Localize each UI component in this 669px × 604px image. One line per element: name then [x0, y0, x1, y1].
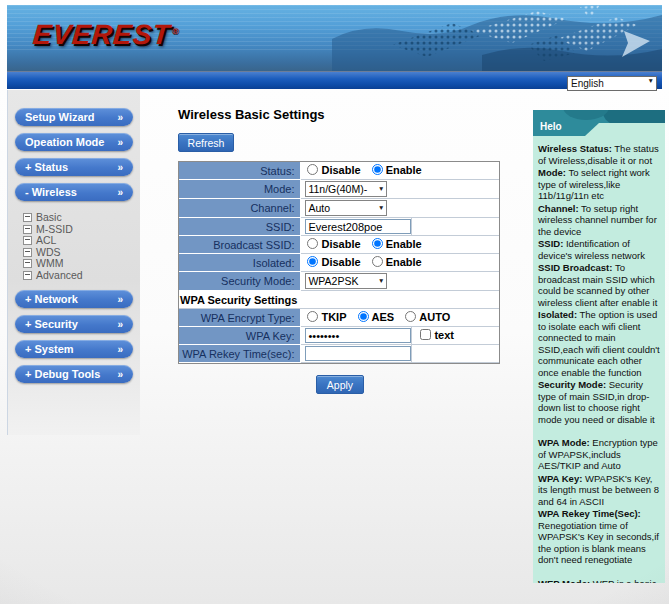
ssid-row-spacer: [411, 218, 499, 236]
encrypt-tkip-radio-input[interactable]: [307, 311, 318, 322]
page-title: Wireless Basic Settings: [178, 107, 508, 122]
form-row-wpa-rekey-time: WPA Rekey Time(sec):: [179, 345, 499, 363]
refresh-button[interactable]: Refresh: [178, 133, 234, 152]
help-header-tab: [585, 123, 665, 136]
form-row-wpa-key: WPA Key: text: [179, 327, 499, 345]
wpa-key-input[interactable]: [305, 328, 411, 343]
nav-label: + Debug Tools: [25, 368, 100, 380]
chevron-right-icon: »: [117, 369, 123, 380]
chevron-right-icon: »: [117, 344, 123, 355]
wpa-key-label: WPA Key:: [179, 327, 301, 345]
sidebar: Setup Wizard » Opeation Mode » + Status …: [7, 90, 140, 435]
chevron-right-icon: »: [117, 187, 123, 198]
wpa-key-text-checkbox[interactable]: text: [418, 329, 454, 341]
broadcast-disable-radio[interactable]: Disable: [305, 238, 360, 250]
help-entry: SSID Broadcast: To broadcast main SSID w…: [538, 262, 660, 308]
sidebar-subitem-advanced[interactable]: Advanced: [23, 270, 140, 282]
channel-select[interactable]: Auto: [305, 200, 387, 216]
help-panel: Helo Wireless Status: The status of Wire…: [533, 110, 665, 583]
channel-select-wrapper: Auto ▼: [305, 200, 387, 216]
page: EVEREST® English ▼ Setup Wizard » Opeati…: [0, 0, 669, 604]
security-mode-select-wrapper: WPA2PSK ▼: [305, 273, 387, 289]
chevron-right-icon: »: [117, 137, 123, 148]
sidebar-item-operation-mode[interactable]: Opeation Mode »: [15, 133, 133, 151]
tree-node-icon: [23, 259, 32, 268]
radio-option-label: Enable: [386, 238, 422, 250]
sidebar-subitem-wmm[interactable]: WMM: [23, 258, 140, 270]
encrypt-auto-radio[interactable]: AUTO: [403, 311, 450, 323]
wpa-section-header-row: WPA Security Settings: [179, 291, 499, 309]
help-term: WEP Mode:: [538, 578, 590, 584]
wireless-submenu: Basic M-SSID ACL WDS WMM Advanced: [8, 208, 140, 287]
help-entry: Wireless Status: The status of Wireless,…: [538, 143, 660, 166]
header-banner: EVEREST®: [7, 5, 662, 71]
chevron-right-icon: »: [117, 112, 123, 123]
isolated-enable-radio-input[interactable]: [372, 256, 383, 267]
isolated-disable-radio[interactable]: Disable: [305, 256, 360, 268]
chevron-right-icon: »: [117, 294, 123, 305]
encrypt-tkip-radio[interactable]: TKIP: [305, 311, 346, 323]
language-select[interactable]: English: [567, 76, 657, 91]
help-panel-body: Wireless Status: The status of Wireless,…: [533, 136, 665, 583]
isolated-enable-radio[interactable]: Enable: [370, 256, 422, 268]
registered-trademark-icon: ®: [171, 26, 180, 36]
status-disable-radio[interactable]: Disable: [305, 164, 360, 176]
radio-option-label: AUTO: [419, 311, 450, 323]
ssid-input[interactable]: [305, 219, 411, 234]
apply-button[interactable]: Apply: [316, 375, 364, 394]
radio-option-label: Disable: [321, 238, 360, 250]
help-term: WPA Rekey Time(Sec):: [538, 508, 641, 519]
sidebar-item-setup-wizard[interactable]: Setup Wizard »: [15, 108, 133, 126]
broadcast-ssid-label: Broadcast SSID:: [179, 236, 301, 254]
isolated-disable-radio-input[interactable]: [307, 256, 318, 267]
help-term: Mode:: [538, 167, 566, 178]
nav-label: + Security: [25, 318, 78, 330]
wpa-rekey-time-input[interactable]: [305, 346, 411, 361]
broadcast-disable-radio-input[interactable]: [307, 238, 318, 249]
sidebar-item-security[interactable]: + Security »: [15, 315, 133, 333]
sidebar-subitem-acl[interactable]: ACL: [23, 235, 140, 247]
broadcast-enable-radio[interactable]: Enable: [370, 238, 422, 250]
everest-logo: EVEREST®: [31, 16, 180, 50]
mode-select-wrapper: 11n/G(40M)- ▼: [305, 181, 387, 197]
help-desc: Renegotiation time of WPAPSK's Key in se…: [538, 520, 659, 566]
help-entry: Isolated: The option is used to isolate …: [538, 309, 660, 378]
sidebar-subitem-basic[interactable]: Basic: [23, 212, 140, 224]
sidebar-item-debug-tools[interactable]: + Debug Tools »: [15, 365, 133, 383]
sidebar-item-wireless[interactable]: - Wireless »: [15, 183, 133, 201]
help-entry: WPA Key: WPAPSK's Key, its length must b…: [538, 473, 660, 508]
help-entry: WEP Mode: WEP is a basic encryption meth…: [538, 578, 660, 584]
sidebar-item-status[interactable]: + Status »: [15, 158, 133, 176]
encrypt-auto-radio-input[interactable]: [405, 311, 416, 322]
wpa-section-header: WPA Security Settings: [179, 291, 499, 309]
help-entry: Mode: To select right work type of wirel…: [538, 167, 660, 202]
help-entry: Security Mode: Security type of main SSI…: [538, 379, 660, 425]
help-panel-header: Helo: [533, 110, 665, 136]
nav-label: Opeation Mode: [25, 136, 104, 148]
nav-label: Setup Wizard: [25, 111, 95, 123]
nav-label: + Network: [25, 293, 78, 305]
encrypt-aes-radio[interactable]: AES: [356, 311, 395, 323]
radio-option-label: TKIP: [321, 311, 346, 323]
status-enable-radio-input[interactable]: [372, 164, 383, 175]
tree-node-icon: [23, 236, 32, 245]
help-entry: WPA Rekey Time(Sec): Renegotiation time …: [538, 508, 660, 566]
ssid-label: SSID:: [179, 218, 301, 236]
broadcast-enable-radio-input[interactable]: [372, 238, 383, 249]
help-header-decoration: [563, 110, 609, 120]
status-enable-radio[interactable]: Enable: [370, 164, 422, 176]
wpa-key-text-checkbox-input[interactable]: [420, 329, 431, 340]
form-row-channel: Channel: Auto ▼: [179, 199, 499, 218]
help-term: Channel:: [538, 203, 579, 214]
form-row-isolated: Isolated: Disable Enable: [179, 254, 499, 272]
status-disable-radio-input[interactable]: [307, 164, 318, 175]
security-mode-select[interactable]: WPA2PSK: [305, 273, 387, 289]
security-mode-label: Security Mode:: [179, 272, 301, 291]
encrypt-aes-radio-input[interactable]: [358, 311, 369, 322]
sidebar-item-system[interactable]: + System »: [15, 340, 133, 358]
tree-node-icon: [23, 271, 32, 280]
sidebar-item-network[interactable]: + Network »: [15, 290, 133, 308]
help-panel-title: Helo: [540, 121, 562, 132]
radio-option-label: Enable: [386, 164, 422, 176]
mode-select[interactable]: 11n/G(40M)-: [305, 181, 387, 197]
